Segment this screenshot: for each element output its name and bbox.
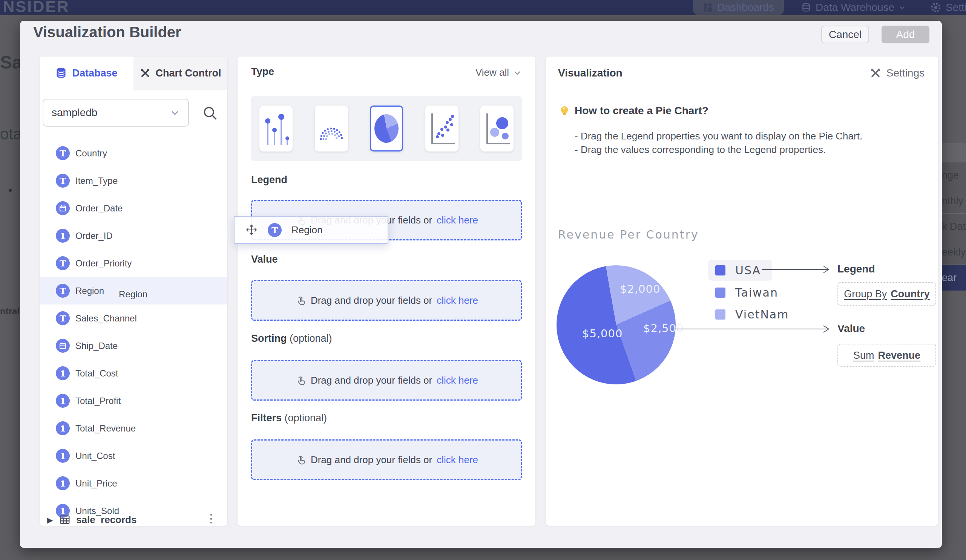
bg-menu-item[interactable]: nge [942,162,966,188]
section-filters-label: Filters (optional) [251,412,327,424]
pie-icon [375,114,399,143]
dragged-field-chip[interactable]: T Region [234,216,388,244]
database-panel: Database Chart Control sampledb TCountry… [39,57,227,526]
table-row-sale-records[interactable]: ▶ sale_records ⋮ [39,509,227,526]
chart-type-scatter[interactable] [426,105,458,152]
field-row[interactable]: TOrder_Priority [39,249,227,277]
field-row[interactable]: TCountry [39,139,227,167]
visualization-builder-modal: Visualization Builder Cancel Add Databas… [20,21,942,548]
type-label: Type [251,66,274,78]
number-field-icon: 1 [56,394,70,408]
tap-hand-icon [295,375,306,386]
bg-menu-item[interactable]: nthly [942,188,966,214]
value-mapping-box[interactable]: Sum Revenue [838,344,936,367]
top-navigation-bar: NSIDER Dashboards Data Warehouse Setti [0,0,966,15]
field-row[interactable]: Order_Date [39,195,227,222]
chart-type-pie-selected[interactable] [370,105,403,152]
date-field-icon [56,201,70,215]
field-row[interactable]: 1Order_ID [39,222,227,249]
tap-hand-icon [295,295,306,306]
filters-drop-zone[interactable]: Drag and drop your fields or click here [251,439,522,480]
text-field-icon: T [56,256,70,270]
move-icon [245,223,258,236]
chevron-down-icon [513,68,522,77]
field-row[interactable]: Ship_Date [39,332,227,360]
text-field-icon: T [56,174,70,188]
legend-item-taiwan[interactable]: Taiwan [715,286,778,299]
add-button[interactable]: Add [882,26,930,43]
bg-menu-item[interactable]: k Date [942,213,966,239]
chevron-down-icon [899,4,906,11]
click-here-link[interactable]: click here [437,295,478,306]
view-all-dropdown[interactable]: View all [475,67,522,79]
panel-tabs: Database Chart Control [39,57,227,90]
app-brand: NSIDER [3,0,70,16]
field-row[interactable]: 1Total_Revenue [39,414,227,442]
section-sorting-label: Sorting (optional) [251,333,332,344]
bg-menu-top [942,143,966,162]
visualization-panel: Visualization Settings How to create a P… [546,57,938,526]
value-drop-zone[interactable]: Drag and drop your fields or click here [251,280,522,321]
table-icon [59,514,71,525]
bg-menu-item[interactable]: eekly [942,239,966,265]
nav-data-warehouse[interactable]: Data Warehouse [801,0,906,15]
builder-panel: Type View all [238,57,536,526]
dashboard-grid-icon [703,3,713,12]
field-row-selected[interactable]: TRegion [39,277,227,305]
field-row[interactable]: 1Unit_Price [39,470,227,497]
tools-icon [140,68,150,79]
field-row[interactable]: TSales_Channel [39,305,227,332]
pie-value-vietnam: $2,000 [620,283,660,295]
text-field-icon: T [56,146,70,160]
tap-hand-icon [295,454,306,465]
chart-type-lollipop[interactable] [260,105,292,152]
expand-arrow-icon[interactable]: ▶ [47,516,53,525]
tools-icon [870,67,881,79]
chart-title: Revenue Per Country [558,228,699,241]
nav-settings[interactable]: Setti [931,0,966,15]
gear-icon [931,2,941,13]
settings-button[interactable]: Settings [870,67,925,79]
bg-fragment-bullet: • [8,184,12,197]
nav-dashboards[interactable]: Dashboards [693,0,784,15]
bg-menu-item-selected[interactable]: ear [942,265,966,291]
chevron-down-icon [170,108,180,118]
search-icon[interactable] [202,105,219,121]
visualization-header: Visualization [558,67,623,79]
kebab-menu-icon[interactable]: ⋮ [205,512,217,525]
legend-item-vietnam[interactable]: VietNam [715,308,789,321]
pie-value-taiwan: $2,500 [643,322,683,335]
bg-fragment-ota: ota [0,125,22,143]
click-here-link[interactable]: click here [437,215,478,226]
number-field-icon: 1 [56,421,70,435]
annotation-value-heading: Value [838,323,865,335]
tab-database[interactable]: Database [39,57,133,90]
tab-chart-control[interactable]: Chart Control [133,57,227,90]
cancel-button[interactable]: Cancel [821,26,869,43]
database-select[interactable]: sampledb [43,99,189,127]
field-row[interactable]: 1Total_Profit [39,387,227,414]
number-field-icon: 1 [56,449,70,463]
chart-type-bubble[interactable] [480,105,514,152]
section-legend-label: Legend [251,174,288,186]
bg-fragment-ntral: ntral [0,306,20,316]
database-icon [56,67,67,79]
click-here-link[interactable]: click here [437,375,478,386]
field-row[interactable]: TItem_Type [39,167,227,195]
chart-type-arc[interactable] [315,105,348,152]
sorting-drop-zone[interactable]: Drag and drop your fields or click here [251,360,522,401]
howto-bullet: - Drag the values corresponding to the L… [575,144,826,156]
howto-bullet: - Drag the Legend properties you want to… [575,130,863,142]
field-row[interactable]: 1Unit_Cost [39,442,227,470]
click-here-link[interactable]: click here [437,454,478,466]
database-icon [801,3,811,12]
number-field-icon: 1 [56,476,70,490]
chart-type-strip [251,96,522,161]
legend-mapping-box[interactable]: Group By Country [838,282,936,306]
lightbulb-icon [559,105,570,117]
number-field-icon: 1 [56,366,70,380]
number-field-icon: 1 [56,229,70,243]
legend-item-usa[interactable]: USA [715,264,761,277]
text-field-icon: T [56,311,70,325]
field-row[interactable]: 1Total_Cost [39,360,227,387]
